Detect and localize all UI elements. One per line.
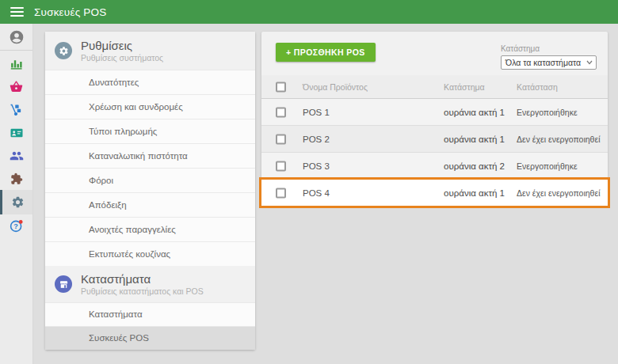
row-checkbox[interactable] [276, 107, 286, 117]
table-row[interactable]: POS 2 ουράνια ακτή 1 Δεν έχει ενεργοποιη… [261, 126, 608, 153]
pos-name: POS 4 [303, 188, 330, 198]
gear-circle-icon [55, 42, 72, 59]
hamburger-icon[interactable] [10, 7, 24, 17]
row-checkbox[interactable] [276, 161, 286, 171]
table-row[interactable]: POS 1 ουράνια ακτή 1 Ενεργοποιήθηκε [261, 99, 608, 126]
section-title-stores: Καταστήματα [81, 272, 204, 286]
menu-item-label: Απόδειξη [89, 200, 127, 210]
pos-store: ουράνια ακτή 1 [444, 188, 505, 198]
top-bar: Συσκευές POS [0, 0, 618, 24]
menu-section-settings-header: Ρυθμίσεις Ρυθμίσεις συστήματος [45, 32, 255, 70]
menu-item-label: Καταστήματα [89, 309, 143, 319]
row-checkbox[interactable] [276, 188, 286, 198]
stores-menu-items: Καταστήματα Συσκευές POS [45, 302, 255, 350]
settings-menu-panel: Ρυθμίσεις Ρυθμίσεις συστήματος Δυνατότητ… [45, 32, 255, 350]
menu-item[interactable]: Απόδειξη [45, 192, 255, 217]
pos-devices-panel: + ΠΡΟΣΘΗΚΗ POS Κατάστημα Όλα τα καταστήμ… [261, 32, 608, 206]
store-filter-value: Όλα τα καταστήματα [502, 58, 586, 67]
menu-item[interactable]: Δυνατότητες [45, 70, 255, 94]
basket-icon [10, 80, 23, 93]
sidebar-item-help[interactable]: ? [0, 214, 32, 237]
column-header-store: Κατάστημα [444, 82, 485, 92]
sidebar-item-settings[interactable] [0, 190, 32, 214]
column-header-name: Όνομα Προϊόντος [303, 82, 368, 92]
page-title: Συσκευές POS [34, 6, 106, 18]
pos-store: ουράνια ακτή 1 [444, 108, 505, 117]
sidebar-item-items[interactable] [0, 75, 32, 98]
menu-item[interactable]: Τύποι πληρωμής [45, 119, 255, 143]
table-header: Όνομα Προϊόντος Κατάστημα Κατάσταση [261, 75, 608, 99]
sidebar-item-apps[interactable] [0, 167, 32, 190]
id-card-icon [10, 126, 24, 140]
pos-status: Δεν έχει ενεργοποιηθεί [517, 135, 600, 144]
store-filter-label: Κατάστημα [501, 44, 540, 53]
pos-status: Ενεργοποιήθηκε [517, 108, 578, 117]
menu-item[interactable]: Καταστήματα [45, 302, 255, 326]
section-title-settings: Ρυθμίσεις [81, 39, 163, 52]
pos-store: ουράνια ακτή 1 [444, 135, 505, 144]
chevron-down-icon [586, 60, 593, 65]
menu-section-stores-header: Καταστήματα Ρυθμίσεις καταστήματος και P… [45, 266, 255, 302]
menu-item-label: Συσκευές POS [89, 333, 149, 343]
puzzle-icon [10, 173, 23, 185]
menu-item[interactable]: Ανοιχτές παραγγελίες [45, 217, 255, 241]
table-row[interactable]: POS 3 ουράνια ακτή 2 Ενεργοποιήθηκε [261, 153, 608, 180]
menu-item[interactable]: Εκτυπωτές κουζίνας [45, 241, 255, 266]
menu-item-label: Φόροι [89, 176, 113, 185]
settings-menu-items: Δυνατότητες Χρέωση και συνδρομές Τύποι π… [45, 70, 255, 266]
sidebar-item-customers[interactable] [0, 144, 32, 167]
store-circle-icon [55, 275, 72, 293]
row-checkbox[interactable] [276, 134, 286, 144]
sidebar-item-inventory[interactable] [0, 98, 32, 121]
menu-item[interactable]: Συσκευές POS [45, 326, 255, 350]
sidebar-item-account[interactable] [0, 24, 32, 50]
users-icon [10, 149, 24, 163]
pos-store: ουράνια ακτή 2 [444, 161, 505, 171]
svg-text:?: ? [13, 222, 18, 230]
toolbar: + ΠΡΟΣΘΗΚΗ POS Κατάστημα Όλα τα καταστήμ… [261, 32, 608, 75]
menu-item[interactable]: Χρέωση και συνδρομές [45, 94, 255, 119]
menu-item-label: Χρέωση και συνδρομές [89, 102, 183, 112]
table-row[interactable]: POS 4 ουράνια ακτή 1 Δεν έχει ενεργοποιη… [261, 180, 608, 206]
pos-status: Δεν έχει ενεργοποιηθεί [517, 188, 600, 198]
account-icon [9, 29, 25, 45]
gear-icon [11, 195, 25, 209]
table-body: POS 1 ουράνια ακτή 1 Ενεργοποιήθηκε POS … [261, 99, 608, 206]
section-subtitle-stores: Ρυθμίσεις καταστήματος και POS [81, 286, 204, 296]
sidebar-item-employees[interactable] [0, 121, 32, 144]
help-icon: ? [9, 218, 24, 233]
add-pos-button[interactable]: + ΠΡΟΣΘΗΚΗ POS [276, 43, 376, 62]
section-subtitle-settings: Ρυθμίσεις συστήματος [81, 53, 163, 63]
sidebar-item-reports[interactable] [0, 52, 32, 75]
select-all-checkbox[interactable] [276, 82, 286, 92]
menu-item-label: Εκτυπωτές κουζίνας [89, 249, 170, 259]
store-filter-select[interactable]: Όλα τα καταστήματα [501, 55, 597, 70]
menu-item-label: Δυνατότητες [89, 78, 139, 87]
menu-item[interactable]: Καταναλωτική πιστότητα [45, 143, 255, 168]
pos-status: Ενεργοποιήθηκε [517, 161, 578, 171]
dolly-icon [10, 103, 23, 116]
pos-name: POS 1 [303, 108, 330, 117]
pos-name: POS 2 [303, 135, 330, 144]
sidebar-divider [0, 50, 32, 51]
column-header-status: Κατάσταση [517, 82, 558, 92]
pos-name: POS 3 [303, 161, 330, 171]
menu-item-label: Τύποι πληρωμής [89, 127, 157, 136]
menu-item-label: Ανοιχτές παραγγελίες [89, 225, 176, 234]
bar-chart-icon [10, 57, 23, 70]
menu-item[interactable]: Φόροι [45, 168, 255, 192]
menu-item-label: Καταναλωτική πιστότητα [89, 151, 188, 161]
icon-sidebar: ? [0, 24, 33, 364]
